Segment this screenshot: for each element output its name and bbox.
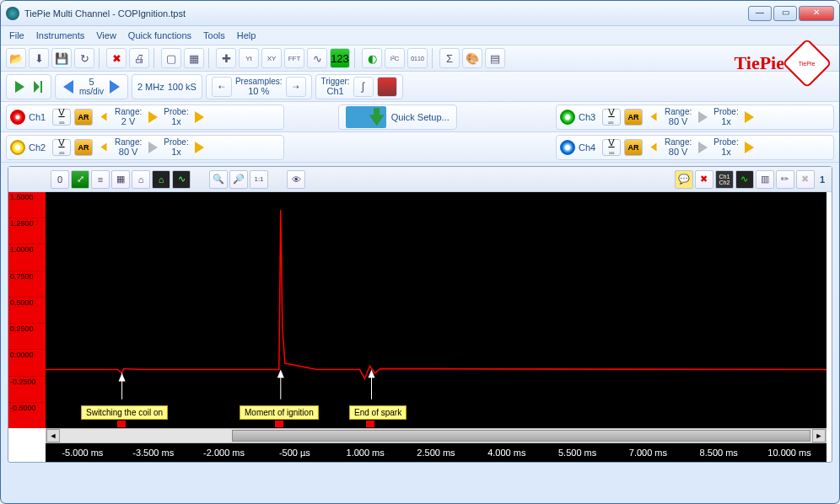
cancel-button[interactable]: ✖ — [796, 170, 815, 189]
channels-toggle[interactable]: Ch1Ch2 — [715, 170, 734, 189]
serial-button[interactable]: 0110 — [407, 48, 428, 68]
channel-2-range-dec[interactable] — [96, 138, 111, 157]
graph-tb-0[interactable]: 0 — [51, 170, 69, 189]
channel-1-autorange-button[interactable]: AR — [74, 109, 93, 126]
channel-1-range-inc[interactable] — [145, 108, 160, 126]
quick-setup-button[interactable]: Quick Setup... — [338, 105, 457, 130]
timebase-readout[interactable]: 5ms/div — [79, 77, 104, 96]
config-button[interactable]: ▤ — [485, 48, 505, 68]
reload-button[interactable]: ↻ — [74, 48, 94, 68]
presamples-dec-button[interactable]: ⇠ — [212, 77, 232, 97]
channel-3-indicator-icon[interactable] — [560, 110, 575, 125]
channel-1-probe-btn[interactable] — [192, 108, 207, 126]
channel-2-coupling-button[interactable]: V⎓ — [52, 139, 71, 156]
channel-2-indicator-icon[interactable] — [10, 140, 25, 155]
play-button[interactable] — [12, 78, 27, 96]
trigger-mode-button[interactable] — [377, 77, 397, 97]
graph-tb-autofit[interactable]: ⤢ — [71, 170, 89, 189]
color-button[interactable]: 🎨 — [462, 48, 482, 68]
channel-4-autorange-button[interactable]: AR — [624, 139, 643, 156]
annotation-3[interactable]: End of spark — [349, 405, 407, 420]
math-button[interactable]: ∿ — [307, 48, 327, 68]
channel-3-coupling-button[interactable]: V⎓ — [602, 109, 621, 126]
cursor-button[interactable]: ✚ — [216, 48, 236, 68]
x-scrollbar[interactable]: ◄ ► — [46, 428, 827, 443]
comment-button[interactable]: 💬 — [675, 170, 693, 189]
flag-2[interactable] — [275, 421, 283, 427]
graphs-button[interactable]: ▦ — [184, 48, 204, 68]
menu-help[interactable]: Help — [237, 30, 256, 40]
channel-3-autorange-button[interactable]: AR — [624, 109, 643, 126]
channel-3-name[interactable]: Ch3 — [579, 112, 599, 122]
flag-1[interactable] — [117, 421, 126, 427]
trigger-edge-button[interactable]: ∫ — [353, 77, 374, 97]
presamples-inc-button[interactable]: ⇢ — [286, 77, 306, 97]
channel-1-range-dec[interactable] — [96, 108, 111, 126]
channel-1-coupling-button[interactable]: V⎓ — [52, 109, 71, 126]
clear-button[interactable]: ✏ — [776, 170, 794, 189]
channel-4-coupling-button[interactable]: V⎓ — [602, 139, 621, 156]
graph-canvas[interactable]: Switching the coil on Moment of ignition… — [46, 192, 827, 428]
visibility-button[interactable]: 👁 — [287, 170, 305, 189]
channel-1-name[interactable]: Ch1 — [29, 112, 49, 122]
menu-quickfunctions[interactable]: Quick functions — [128, 30, 191, 40]
sample-rate[interactable]: 2 MHz — [137, 82, 164, 92]
minimize-button[interactable]: — — [748, 6, 772, 21]
trigger-readout[interactable]: Trigger: Ch1 — [321, 77, 350, 96]
channel-2-probe-btn[interactable] — [192, 138, 207, 157]
menu-instruments[interactable]: Instruments — [36, 30, 84, 40]
sum-button[interactable]: Σ — [439, 48, 460, 68]
channel-3-range-dec[interactable] — [646, 108, 661, 126]
i2c-button[interactable]: I²C — [385, 48, 405, 68]
xy-button[interactable]: XY — [261, 48, 282, 68]
channel-4-indicator-icon[interactable] — [560, 140, 575, 155]
zoom-out-button[interactable]: 🔎 — [229, 170, 248, 189]
graph-tb-env3[interactable]: ∿ — [172, 170, 191, 189]
menu-file[interactable]: File — [9, 30, 24, 40]
print-button[interactable]: 🖨 — [129, 48, 149, 68]
zoom-in-button[interactable]: 🔍 — [209, 170, 228, 189]
graph-tb-settings[interactable]: ≡ — [91, 170, 110, 189]
graph-button[interactable]: ▢ — [161, 48, 181, 68]
channel-4-probe-btn[interactable] — [742, 138, 757, 157]
save-button[interactable]: 💾 — [51, 48, 72, 68]
annotation-1[interactable]: Switching the coil on — [81, 405, 168, 420]
play-once-button[interactable] — [30, 78, 46, 96]
annotation-2[interactable]: Moment of ignition — [240, 405, 319, 420]
delete-button[interactable]: ✖ — [106, 48, 127, 68]
channel-1-indicator-icon[interactable] — [10, 110, 25, 125]
channel-4-name[interactable]: Ch4 — [579, 142, 599, 153]
y-axis[interactable]: 1.5000 1.2500 1.0000 0.7500 0.5000 0.250… — [8, 192, 46, 428]
record-length[interactable]: 100 kS — [168, 82, 197, 92]
scroll-thumb[interactable] — [232, 430, 810, 442]
maximize-button[interactable]: ▭ — [773, 6, 797, 21]
delete-button2[interactable]: ✖ — [695, 170, 713, 189]
channel-2-name[interactable]: Ch2 — [29, 142, 49, 153]
channel-2-autorange-button[interactable]: AR — [74, 139, 93, 156]
channel-2-range-inc[interactable] — [145, 138, 160, 157]
meter-button[interactable]: 123 — [330, 48, 350, 68]
channel-4-range-dec[interactable] — [646, 138, 661, 157]
channel-3-range-inc[interactable] — [695, 108, 710, 126]
edit-button[interactable]: ▥ — [756, 170, 774, 189]
gauge-button[interactable]: ◐ — [362, 48, 382, 68]
open-button[interactable]: 📂 — [6, 48, 26, 68]
fft-button[interactable]: FFT — [284, 48, 304, 68]
channel-4-range-inc[interactable] — [695, 138, 710, 157]
menu-tools[interactable]: Tools — [203, 30, 225, 40]
zoom-11-button[interactable]: 1:1 — [250, 170, 268, 189]
graph-tb-env2[interactable]: ⌂ — [152, 170, 170, 189]
channel-3-probe-btn[interactable] — [742, 108, 757, 126]
scroll-right-button[interactable]: ► — [812, 429, 826, 442]
timebase-inc-button[interactable] — [107, 78, 122, 96]
measure-button[interactable]: ∿ — [735, 170, 754, 189]
graph-tb-env1[interactable]: ⌂ — [132, 170, 150, 189]
close-button[interactable] — [799, 6, 834, 21]
flag-3[interactable] — [366, 421, 374, 427]
menu-view[interactable]: View — [96, 30, 116, 40]
scroll-left-button[interactable]: ◄ — [46, 429, 60, 442]
timebase-dec-button[interactable] — [61, 78, 76, 96]
graph-tb-grid[interactable]: ▦ — [111, 170, 130, 189]
yt-button[interactable]: Yt — [239, 48, 259, 68]
open-setup-button[interactable]: ⬇ — [29, 48, 49, 68]
